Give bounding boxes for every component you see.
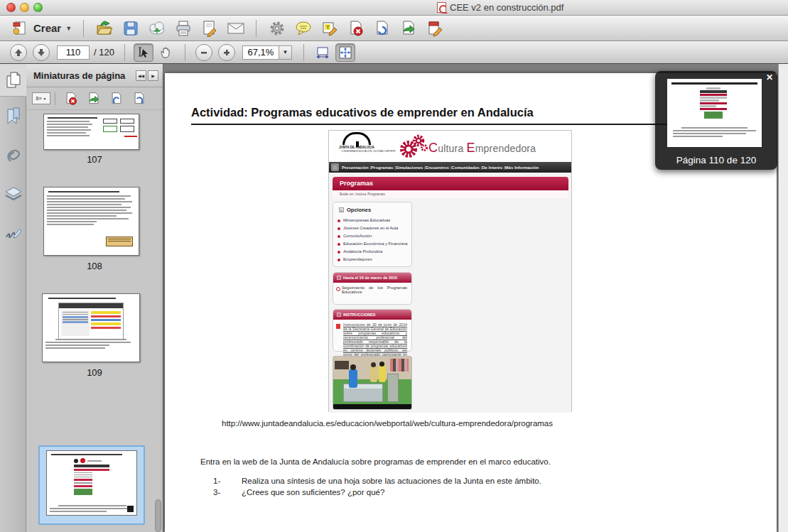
- previous-page-button[interactable]: [10, 44, 27, 61]
- nav-item[interactable]: Programas: [371, 165, 396, 170]
- highlight-text-icon[interactable]: T: [320, 18, 339, 38]
- close-icon[interactable]: ✕: [766, 72, 773, 82]
- navigation-toolbar: / 120 67,1% ▼: [0, 41, 788, 64]
- opciones-box: ≡Opciones Miniempresas Educativas Jóvene…: [333, 202, 412, 267]
- signatures-icon[interactable]: [4, 223, 23, 242]
- section-banner: Programas: [333, 177, 568, 190]
- opcion-link[interactable]: Jóvenes Creadores en el Aula: [333, 224, 411, 232]
- comment-bubble-icon[interactable]: [293, 18, 313, 38]
- email-icon[interactable]: [226, 18, 245, 38]
- fit-width-icon: [315, 46, 330, 59]
- hand-tool-button[interactable]: [156, 43, 176, 62]
- fair-photo: [333, 356, 412, 410]
- rotate-cw-icon[interactable]: [131, 91, 147, 107]
- window-title: CEE v2 en construcción.pdf: [450, 2, 563, 13]
- calendar-icon: [337, 313, 341, 317]
- export-pages-icon[interactable]: [399, 18, 418, 38]
- thumbnail-page-108[interactable]: [43, 187, 139, 256]
- svg-text:T: T: [326, 24, 330, 31]
- fit-page-icon: [338, 45, 352, 60]
- collapse-panel-button[interactable]: ◀◀: [136, 70, 146, 81]
- instrucciones-box: INSTRUCCIONES Instrucciones de 30 de jun…: [333, 309, 412, 352]
- opcion-link[interactable]: ComunicAcción: [333, 232, 411, 239]
- thumbnail-list: 107 108: [26, 110, 163, 532]
- item-text: Realiza una síntesis de una hoja sobre l…: [242, 477, 541, 485]
- nav-item[interactable]: Presentación: [342, 165, 371, 170]
- zoom-traffic-light[interactable]: [33, 3, 43, 12]
- zoom-level-combo[interactable]: 67,1% ▼: [242, 45, 292, 60]
- arrow-up-icon: [14, 48, 23, 58]
- select-tool-button[interactable]: [134, 43, 153, 62]
- hand-tool-icon: [160, 46, 173, 59]
- close-traffic-light[interactable]: [6, 3, 16, 12]
- home-icon[interactable]: ⌂: [331, 163, 339, 171]
- layers-icon[interactable]: [4, 185, 23, 204]
- plus-icon: [222, 48, 231, 57]
- open-file-icon[interactable]: [95, 18, 114, 38]
- select-tool-icon: [137, 46, 150, 59]
- thumbnail-toolbar: 8≡ ▼: [26, 87, 163, 110]
- nav-item[interactable]: Más Información: [505, 165, 539, 170]
- cultura-emprendedora-wordmark: Cultura Emprendedora: [428, 141, 536, 156]
- minimize-traffic-light[interactable]: [20, 3, 29, 12]
- thumbnail-label: 108: [26, 261, 163, 271]
- fit-width-button[interactable]: [313, 43, 333, 62]
- nav-item[interactable]: De Interés: [482, 165, 504, 170]
- delete-pages-icon[interactable]: [346, 18, 365, 38]
- chevron-down-icon: ▼: [43, 97, 47, 101]
- task-item: 3- ¿Crees que son suficientes? ¿por qué?: [213, 488, 220, 496]
- page-thumbnails-icon[interactable]: [4, 70, 23, 89]
- item-number: 1-: [213, 477, 220, 485]
- divider: [124, 44, 125, 61]
- expand-panel-button[interactable]: ▶: [148, 70, 158, 81]
- overlay-page-label: Página 110 de 120: [655, 155, 777, 165]
- rotate-ccw-icon[interactable]: [109, 91, 124, 107]
- pdf-file-icon: [437, 2, 446, 13]
- document-pane: Actividad: Programas educativos de empre…: [164, 64, 788, 532]
- chevron-down-icon[interactable]: ▼: [279, 45, 292, 60]
- sign-document-icon[interactable]: [200, 18, 219, 38]
- fit-page-button[interactable]: [335, 43, 355, 62]
- item-number: 3-: [213, 488, 220, 496]
- crear-button[interactable]: Crear ▼: [6, 17, 76, 39]
- acrobat-window: CEE v2 en construcción.pdf Crear ▼: [0, 0, 788, 532]
- cloud-upload-icon[interactable]: [147, 18, 166, 38]
- opcion-link[interactable]: Educación Económica y Financiera: [333, 239, 411, 247]
- thumbnail-page-109[interactable]: [42, 293, 140, 362]
- edit-document-icon[interactable]: [425, 18, 444, 38]
- nav-item[interactable]: Encuentros: [426, 165, 451, 170]
- nav-item[interactable]: Comunidades: [451, 165, 482, 170]
- deadline-link[interactable]: Seguimiento de los Programas Educativos: [333, 283, 411, 298]
- nav-item[interactable]: Simulaciones: [396, 165, 426, 170]
- website-nav-bar: ⌂ Presentación Programas Simulaciones En…: [329, 162, 571, 173]
- zoom-in-button[interactable]: [218, 44, 235, 61]
- thumbnail-page-110[interactable]: [46, 450, 137, 516]
- item-text: ¿Crees que son suficientes? ¿por qué?: [242, 488, 384, 496]
- sidebar-scrollbar-thumb[interactable]: [155, 499, 161, 532]
- attachments-icon[interactable]: [4, 146, 23, 165]
- thumbnail-options-button[interactable]: 8≡ ▼: [32, 92, 50, 104]
- opcion-link[interactable]: Miniempresas Educativas: [333, 216, 411, 224]
- zoom-out-button[interactable]: [195, 44, 212, 61]
- rotate-pages-icon[interactable]: [372, 18, 392, 38]
- page-number-input[interactable]: [57, 45, 90, 60]
- minus-icon: [200, 48, 208, 57]
- thumbnail-page-107[interactable]: [43, 114, 139, 150]
- next-page-button[interactable]: [33, 44, 50, 61]
- website-body: Programas Estás en: Inicio ▸ Programas ≡…: [329, 173, 571, 413]
- calendar-icon: [337, 276, 341, 280]
- zoom-level-value[interactable]: 67,1%: [242, 45, 279, 60]
- document-scrollbar[interactable]: [778, 64, 788, 532]
- settings-gear-icon[interactable]: [267, 18, 286, 38]
- page-total-label: / 120: [94, 47, 114, 58]
- delete-page-icon[interactable]: [63, 91, 79, 107]
- website-header: JUNTA DE ANDALUCIA CONSEJERÍA DE EDUCACI…: [329, 131, 571, 162]
- opcion-link[interactable]: Andalucía Profundiza: [333, 247, 411, 255]
- extract-page-icon[interactable]: [86, 91, 102, 107]
- print-icon[interactable]: [173, 18, 193, 38]
- opcion-link[interactable]: Emprendejoven: [333, 255, 411, 263]
- overlay-page-preview: [667, 79, 762, 147]
- save-file-icon[interactable]: [121, 18, 140, 38]
- bookmarks-icon[interactable]: [4, 107, 23, 126]
- sidebar-header: Miniaturas de página ◀◀ ▶: [26, 64, 163, 87]
